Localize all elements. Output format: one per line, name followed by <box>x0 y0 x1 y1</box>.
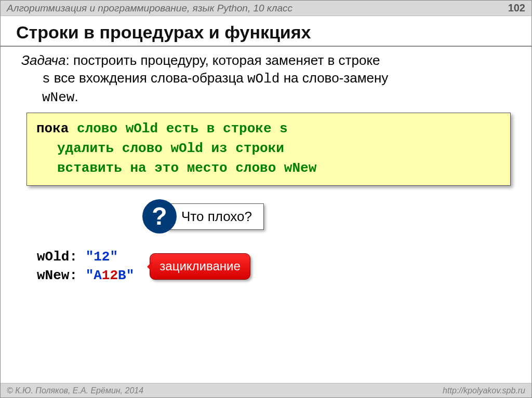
top-bar: Алгоритмизация и программирование, язык … <box>1 1 531 16</box>
pseudocode-box: пока слово wOld есть в строке s удалить … <box>26 113 511 186</box>
example-block: wOld: "12" wNew: "A12B" зацикливание <box>37 248 516 284</box>
page-number: 102 <box>508 2 525 14</box>
question-mark-icon: ? <box>143 200 176 232</box>
code-line-3: вставить на это место слово wNew <box>36 159 501 179</box>
task-line2a: все вхождения слова-образца <box>54 70 247 86</box>
task-line1a: : построить процедуру, которая заменяет … <box>65 52 380 68</box>
task-line2b: на слово-замену <box>284 70 389 86</box>
task-label: Задача <box>21 52 65 68</box>
code-s: s <box>42 71 50 87</box>
example-wold: wOld: "12" <box>37 248 134 266</box>
question-callout: ? Что плохо? <box>143 200 516 232</box>
slide: Алгоритмизация и программирование, язык … <box>0 0 532 398</box>
course-title: Алгоритмизация и программирование, язык … <box>7 3 292 14</box>
example-values: wOld: "12" wNew: "A12B" <box>37 248 134 284</box>
code-wold: wOld <box>247 71 280 87</box>
task-paragraph: Задача: построить процедуру, которая зам… <box>21 52 516 106</box>
task-period: . <box>74 89 78 104</box>
copyright: © К.Ю. Поляков, Е.А. Ерёмин, 2014 <box>7 386 143 395</box>
code-wnew: wNew <box>42 90 74 105</box>
warning-callout: зацикливание <box>150 253 250 279</box>
footer-url: http://kpolyakov.spb.ru <box>443 386 525 395</box>
code-line-1: пока слово wOld есть в строке s <box>36 119 501 139</box>
slide-body: Задача: построить процедуру, которая зам… <box>1 47 531 285</box>
slide-title: Строки в процедурах и функциях <box>1 16 531 47</box>
example-wnew: wNew: "A12B" <box>37 267 134 285</box>
question-text: Что плохо? <box>166 203 264 230</box>
code-line-2: удалить слово wOld из строки <box>36 139 501 159</box>
footer: © К.Ю. Поляков, Е.А. Ерёмин, 2014 http:/… <box>1 383 531 397</box>
